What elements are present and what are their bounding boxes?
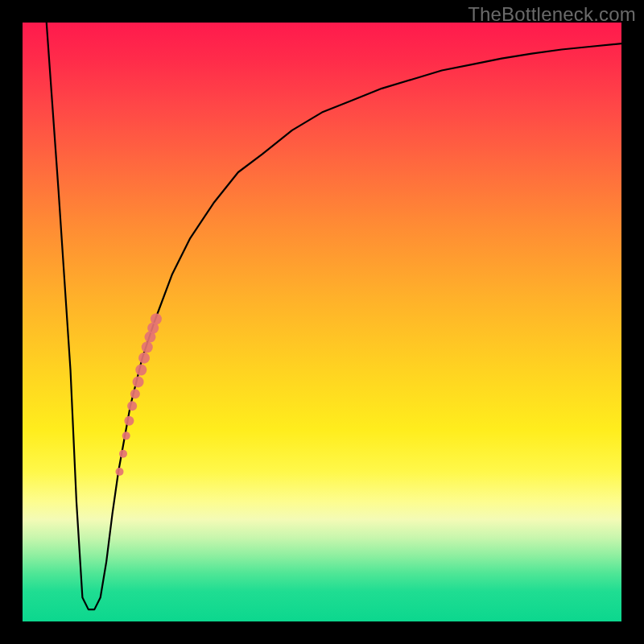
- marker-dot: [151, 313, 162, 324]
- marker-dot: [147, 322, 159, 333]
- marker-dot: [119, 450, 127, 458]
- chart-frame: TheBottleneck.com: [0, 0, 644, 644]
- marker-dot: [124, 416, 134, 426]
- bottleneck-curve-path: [47, 23, 621, 609]
- plot-area: [23, 23, 621, 621]
- marker-dot: [116, 468, 124, 476]
- marker-dot: [142, 341, 153, 353]
- chart-svg: [23, 23, 621, 621]
- marker-dot: [127, 401, 137, 411]
- marker-dot: [144, 332, 155, 343]
- marker-dot: [135, 365, 147, 376]
- marker-dot: [138, 353, 150, 364]
- highlighted-range-markers: [116, 313, 162, 476]
- marker-dot: [133, 376, 144, 387]
- marker-dot: [130, 389, 140, 398]
- marker-dot: [122, 431, 130, 440]
